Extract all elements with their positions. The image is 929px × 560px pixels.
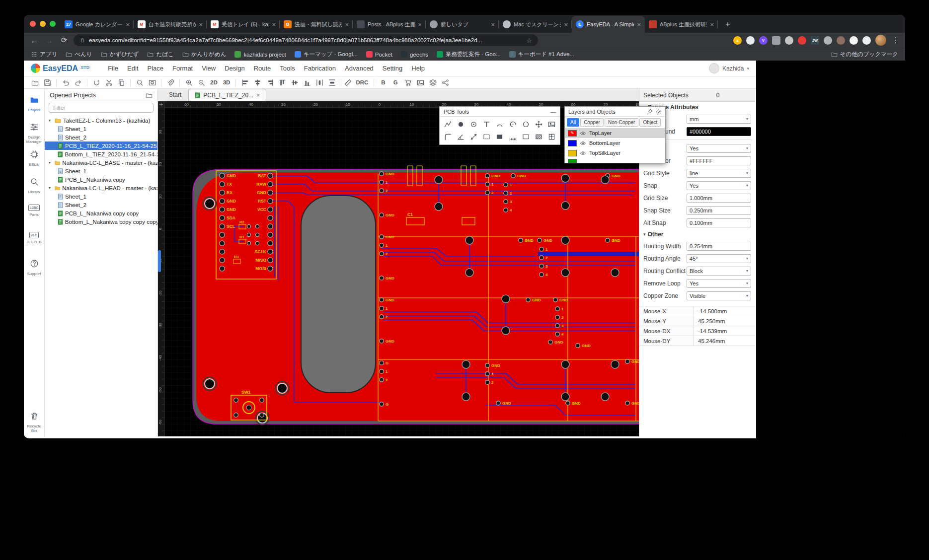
project-folder[interactable]: ▾TakeItEZ-L - Column13 - (kazhida) (45, 116, 157, 125)
browser-tab[interactable]: 27Google カレンダー -× (61, 16, 134, 33)
tab-close-icon[interactable]: × (345, 21, 349, 28)
browser-menu-icon[interactable]: ⋮ (891, 36, 900, 45)
caret-down-icon[interactable]: ▾ (49, 186, 53, 190)
tab-close-icon[interactable]: × (418, 21, 422, 28)
routing-conflict-select[interactable]: Block▾ (687, 267, 751, 276)
zoom-out-button[interactable] (195, 77, 207, 88)
drive-icon[interactable]: ▲ (733, 36, 742, 45)
routing-angle-select[interactable]: 45°▾ (687, 254, 751, 263)
background-field[interactable]: #000000 (687, 127, 751, 136)
project-item[interactable]: Sheet_1 (45, 167, 157, 175)
other-header[interactable]: ▾ Other (639, 229, 755, 240)
snap-size-input[interactable]: 0.250mm (687, 206, 751, 215)
eye-icon[interactable] (580, 150, 586, 156)
search-button[interactable] (134, 77, 146, 88)
back-button[interactable]: ← (29, 36, 40, 45)
view-3d-button[interactable]: 3D (221, 77, 233, 88)
dot-icon[interactable] (862, 36, 871, 45)
reload-button[interactable]: ⟳ (59, 36, 70, 45)
snap-select[interactable]: Yes▾ (687, 181, 751, 190)
menu-setting[interactable]: Setting (378, 65, 407, 72)
grid-size-input[interactable]: 1.000mm (687, 194, 751, 203)
project-item[interactable]: Sheet_2 (45, 133, 157, 141)
project-item[interactable]: PCB_L_TIEZ_2020-11-16_21-54-25 (45, 141, 157, 150)
circle-tool[interactable] (519, 118, 532, 131)
project-item[interactable]: Sheet_1 (45, 125, 157, 133)
record-icon[interactable] (798, 36, 806, 45)
eye-icon[interactable] (580, 140, 586, 146)
tab-close-icon[interactable]: × (126, 21, 130, 28)
menu-edit[interactable]: Edit (123, 65, 143, 72)
tab-close-icon[interactable]: × (491, 21, 495, 28)
bookmark-item[interactable]: かずひだず (101, 51, 139, 58)
protractor-tool[interactable] (454, 131, 467, 143)
paw-icon[interactable] (850, 36, 858, 45)
jw-icon[interactable]: JW (811, 36, 819, 45)
layer-color-chip[interactable] (568, 150, 577, 156)
view-2d-button[interactable]: 2D (208, 77, 220, 88)
v-icon[interactable]: V (759, 36, 768, 45)
attachment-button[interactable] (164, 77, 176, 88)
grid-select[interactable]: Yes▾ (687, 144, 751, 153)
drc-button[interactable]: DRC (344, 77, 371, 88)
profile-avatar[interactable] (875, 35, 886, 46)
bookmark-item[interactable]: geechs (401, 51, 428, 58)
pin-icon[interactable] (647, 109, 653, 115)
project-item[interactable]: Bottom_L_TIEZ_2020-11-16_21-54-26 (45, 150, 157, 158)
tab-close-icon[interactable]: × (199, 21, 203, 28)
menu-tools[interactable]: Tools (275, 65, 299, 72)
bookmark-item[interactable]: kazhida's project (234, 51, 286, 58)
tab-close-icon[interactable]: × (272, 21, 276, 28)
align-top-button[interactable] (276, 77, 288, 88)
new-tab-button[interactable]: + (721, 17, 735, 31)
via-tool[interactable] (467, 118, 480, 131)
track-tool[interactable] (441, 118, 454, 131)
bookmark-item[interactable]: Pocket (366, 51, 392, 58)
measure-tool[interactable] (506, 131, 519, 143)
tab-close-icon[interactable]: × (637, 21, 641, 28)
browser-tab[interactable]: B漫画・無料試し読みな× (280, 16, 353, 33)
sidebar-item-project[interactable]: Project (24, 91, 45, 118)
user-menu[interactable]: Kazhida ▾ (709, 63, 749, 73)
minimize-button[interactable] (40, 21, 46, 27)
bookmark-star-icon[interactable]: ☆ (526, 37, 532, 44)
open-folder-button[interactable] (29, 77, 41, 88)
undo-button[interactable] (60, 77, 72, 88)
camera-icon[interactable] (785, 36, 793, 45)
bookmark-item[interactable]: たばこ (147, 51, 173, 58)
filter-input[interactable] (49, 103, 154, 113)
arc-tool[interactable] (493, 118, 506, 131)
text-tool[interactable] (480, 118, 493, 131)
close-button[interactable] (30, 21, 36, 27)
zoom-button[interactable] (50, 21, 56, 27)
menu-place[interactable]: Place (143, 65, 168, 72)
sidebar-item-parts[interactable]: LCSCParts (24, 200, 45, 227)
photo-button[interactable] (414, 77, 426, 88)
project-item[interactable]: Bottom_L_Nakaniwa copy copy copy (45, 217, 157, 226)
order-button[interactable] (402, 77, 414, 88)
align-bottom-button[interactable] (301, 77, 313, 88)
bookmark-item[interactable]: キーマップ - Googl... (295, 51, 358, 58)
refresh-button[interactable] (90, 77, 102, 88)
unit-select[interactable]: mm▾ (687, 115, 751, 124)
rect-tool[interactable] (519, 131, 532, 143)
window-controls[interactable] (30, 15, 56, 33)
browser-tab[interactable]: M自キ温泉街販売所か× (134, 16, 207, 33)
pad-tool[interactable] (454, 118, 467, 131)
menu-route[interactable]: Route (249, 65, 276, 72)
grid-color-input[interactable]: #FFFFFF (687, 156, 751, 165)
menu-design[interactable]: Design (220, 65, 249, 72)
editor-tab[interactable]: PCB_L_TIEZ_20...× (188, 89, 266, 101)
align-middle-button[interactable] (289, 77, 301, 88)
layers-button[interactable] (427, 77, 439, 88)
sidebar-item-recycle-bin[interactable]: Recycle Bin (24, 407, 45, 434)
minimize-button[interactable]: — (550, 109, 556, 115)
project-item[interactable]: Sheet_2 (45, 201, 157, 209)
eye-icon[interactable] (580, 130, 586, 137)
layers-tab-object[interactable]: Object (639, 118, 661, 127)
menu-file[interactable]: File (103, 65, 123, 72)
drag-tool[interactable] (533, 118, 545, 131)
project-item[interactable]: PCB_L_Nakaniwa copy copy (45, 209, 157, 217)
close-icon[interactable]: × (256, 92, 260, 99)
image-tool[interactable] (545, 118, 558, 131)
